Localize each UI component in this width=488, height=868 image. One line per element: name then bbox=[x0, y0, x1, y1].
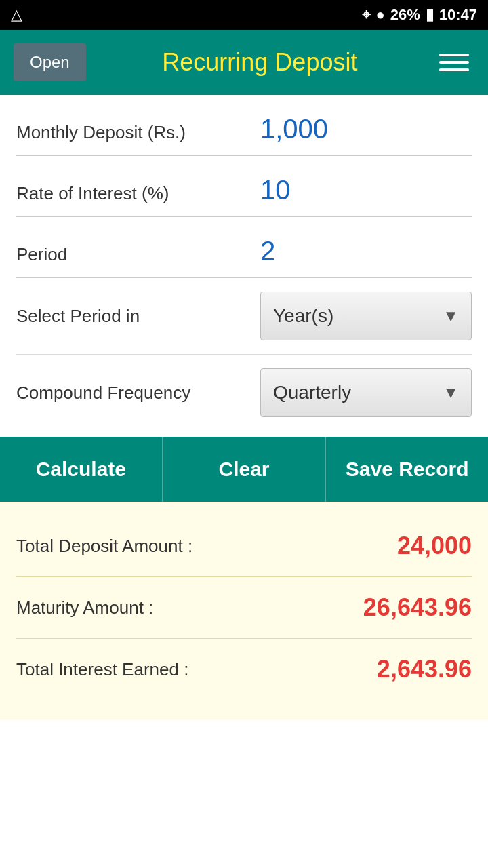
android-icon: △ bbox=[11, 6, 22, 24]
period-label: Period bbox=[16, 244, 260, 269]
total-interest-value: 2,643.96 bbox=[377, 655, 472, 684]
menu-button[interactable] bbox=[434, 48, 474, 77]
maturity-amount-row: Maturity Amount : 26,643.96 bbox=[16, 577, 472, 639]
period-row: Period bbox=[16, 217, 472, 278]
rate-of-interest-row: Rate of Interest (%) bbox=[16, 156, 472, 217]
monthly-deposit-row: Monthly Deposit (Rs.) bbox=[16, 95, 472, 156]
select-period-label: Select Period in bbox=[16, 306, 260, 327]
compound-frequency-dropdown[interactable]: Quarterly ▼ bbox=[260, 368, 472, 417]
signal-icon: ● bbox=[375, 6, 384, 24]
period-input[interactable] bbox=[260, 236, 488, 269]
battery-percent: 26% bbox=[390, 6, 420, 24]
total-interest-row: Total Interest Earned : 2,643.96 bbox=[16, 639, 472, 700]
status-left: △ bbox=[11, 6, 22, 24]
total-interest-label: Total Interest Earned : bbox=[16, 659, 188, 680]
menu-line-1 bbox=[439, 54, 469, 56]
maturity-amount-label: Maturity Amount : bbox=[16, 597, 153, 618]
monthly-deposit-label: Monthly Deposit (Rs.) bbox=[16, 122, 260, 147]
total-deposit-value: 24,000 bbox=[397, 532, 472, 560]
chevron-down-icon: ▼ bbox=[443, 307, 459, 326]
battery-icon: ▮ bbox=[426, 6, 434, 24]
clear-button[interactable]: Clear bbox=[163, 437, 327, 502]
monthly-deposit-input[interactable] bbox=[260, 114, 488, 147]
chevron-down-icon-2: ▼ bbox=[443, 383, 459, 402]
status-right: ⌖ ● 26% ▮ 10:47 bbox=[362, 6, 477, 24]
time-display: 10:47 bbox=[439, 6, 477, 24]
wifi-icon: ⌖ bbox=[362, 6, 370, 24]
form-area: Monthly Deposit (Rs.) Rate of Interest (… bbox=[0, 95, 488, 431]
menu-line-3 bbox=[439, 68, 469, 71]
rate-of-interest-label: Rate of Interest (%) bbox=[16, 183, 260, 208]
open-button[interactable]: Open bbox=[14, 43, 86, 81]
compound-frequency-row: Compound Frequency Quarterly ▼ bbox=[16, 355, 472, 431]
rate-of-interest-input[interactable] bbox=[260, 175, 488, 208]
select-period-dropdown[interactable]: Year(s) ▼ bbox=[260, 292, 472, 340]
results-area: Total Deposit Amount : 24,000 Maturity A… bbox=[0, 502, 488, 720]
compound-frequency-value: Quarterly bbox=[273, 382, 351, 403]
save-record-button[interactable]: Save Record bbox=[326, 437, 488, 502]
compound-frequency-label: Compound Frequency bbox=[16, 382, 260, 403]
select-period-value: Year(s) bbox=[273, 305, 333, 327]
toolbar: Open Recurring Deposit bbox=[0, 30, 488, 95]
select-period-row: Select Period in Year(s) ▼ bbox=[16, 278, 472, 355]
app-title: Recurring Deposit bbox=[162, 48, 357, 77]
total-deposit-label: Total Deposit Amount : bbox=[16, 536, 192, 557]
status-bar: △ ⌖ ● 26% ▮ 10:47 bbox=[0, 0, 488, 30]
menu-line-2 bbox=[439, 61, 469, 64]
total-deposit-row: Total Deposit Amount : 24,000 bbox=[16, 515, 472, 577]
calculate-button[interactable]: Calculate bbox=[0, 437, 163, 502]
maturity-amount-value: 26,643.96 bbox=[363, 593, 472, 622]
action-buttons: Calculate Clear Save Record bbox=[0, 437, 488, 502]
